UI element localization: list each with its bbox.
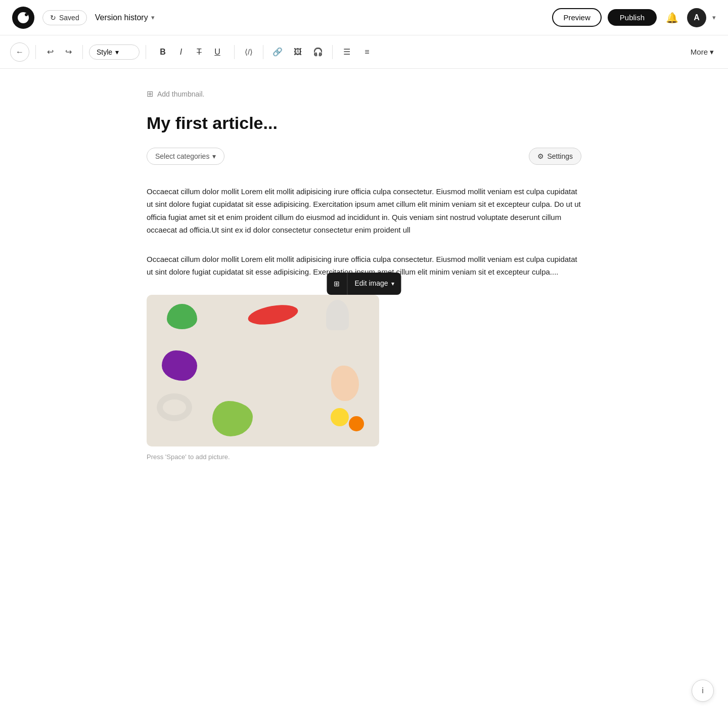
version-history-chevron: ▾ xyxy=(151,14,155,21)
toolbar-separator-6 xyxy=(332,45,333,59)
undo-button[interactable]: ↩ xyxy=(42,44,58,60)
settings-label: Settings xyxy=(547,152,573,160)
version-history-label: Version history xyxy=(95,13,148,22)
bold-button[interactable]: B xyxy=(154,43,171,61)
shape-purple xyxy=(162,350,197,381)
toolbar-separator-4 xyxy=(234,45,235,59)
crop-button[interactable]: ⊞ xyxy=(327,275,347,293)
shape-lightgreen xyxy=(212,401,253,436)
article-title[interactable]: My first article... xyxy=(147,113,581,133)
shape-orange xyxy=(349,416,364,431)
add-thumbnail-button[interactable]: ⊞ Add thumbnail. xyxy=(147,89,581,99)
toolbar-separator-3 xyxy=(146,45,146,59)
top-nav: ↻ Saved Version history ▾ Preview Publis… xyxy=(0,0,728,35)
underline-button[interactable]: U xyxy=(209,43,226,61)
image-button[interactable]: 🖼 xyxy=(290,44,306,60)
press-space-hint: Press 'Space' to add picture. xyxy=(147,452,581,463)
edit-image-label: Edit image xyxy=(354,278,388,290)
logo-dot xyxy=(25,13,28,16)
unordered-list-button[interactable]: ☰ xyxy=(339,44,355,60)
user-avatar[interactable]: A xyxy=(687,8,706,27)
format-buttons-group: B I T U xyxy=(154,43,226,61)
ordered-list-button[interactable]: ≡ xyxy=(359,44,375,60)
style-label: Style xyxy=(97,48,112,56)
style-chevron-icon: ▾ xyxy=(115,48,119,56)
select-categories-button[interactable]: Select categories ▾ xyxy=(147,148,224,165)
version-history-button[interactable]: Version history ▾ xyxy=(95,13,155,22)
preview-button[interactable]: Preview xyxy=(552,8,601,27)
saved-icon: ↻ xyxy=(50,14,56,22)
shape-peach xyxy=(331,366,359,401)
toolbar-separator-5 xyxy=(263,45,263,59)
notification-icon[interactable]: 🔔 xyxy=(663,9,681,27)
article-controls: Select categories ▾ ⚙ Settings xyxy=(147,148,581,165)
code-button[interactable]: ⟨/⟩ xyxy=(241,44,257,60)
more-button[interactable]: More ▾ xyxy=(687,44,718,60)
undo-redo-group: ↩ ↪ xyxy=(42,44,76,60)
shape-green xyxy=(167,304,197,329)
style-dropdown[interactable]: Style ▾ xyxy=(89,44,140,60)
link-button[interactable]: 🔗 xyxy=(269,44,286,60)
editor-toolbar: ← ↩ ↪ Style ▾ B I T U ⟨/⟩ 🔗 🖼 🎧 ☰ ≡ More… xyxy=(0,35,728,69)
settings-button[interactable]: ⚙ Settings xyxy=(529,148,581,165)
shape-white xyxy=(326,300,349,330)
redo-button[interactable]: ↪ xyxy=(60,44,76,60)
nav-right: Preview Publish 🔔 A ▾ xyxy=(552,8,716,27)
thumbnail-icon: ⊞ xyxy=(147,89,153,99)
edit-image-button[interactable]: Edit image ▾ xyxy=(347,273,401,295)
publish-button[interactable]: Publish xyxy=(608,9,657,26)
content-area: ⊞ Add thumbnail. My first article... Sel… xyxy=(136,69,592,511)
article-image[interactable] xyxy=(147,295,379,446)
back-button[interactable]: ← xyxy=(10,42,29,62)
select-categories-label: Select categories xyxy=(155,152,209,160)
article-body: Occaecat cillum dolor mollit Lorem elit … xyxy=(147,185,581,463)
shape-ring xyxy=(157,393,192,421)
user-chevron-icon[interactable]: ▾ xyxy=(712,14,716,21)
image-edit-toolbar: ⊞ Edit image ▾ xyxy=(327,273,401,295)
italic-button[interactable]: I xyxy=(172,43,190,61)
toy-image-bg xyxy=(147,295,379,446)
settings-gear-icon: ⚙ xyxy=(537,152,544,160)
saved-label: Saved xyxy=(59,14,79,22)
more-chevron-icon: ▾ xyxy=(710,48,714,57)
add-thumbnail-label: Add thumbnail. xyxy=(157,90,204,98)
saved-button[interactable]: ↻ Saved xyxy=(42,10,87,25)
toolbar-separator-2 xyxy=(82,45,83,59)
toolbar-separator-1 xyxy=(35,45,36,59)
image-block: ⊞ Edit image ▾ xyxy=(147,295,581,463)
categories-chevron-icon: ▾ xyxy=(212,152,216,160)
shape-yellow xyxy=(331,408,349,426)
edit-image-chevron-icon: ▾ xyxy=(391,279,394,289)
paragraph-1[interactable]: Occaecat cillum dolor mollit Lorem elit … xyxy=(147,185,581,237)
logo-inner xyxy=(18,12,29,23)
audio-button[interactable]: 🎧 xyxy=(310,44,326,60)
shape-red xyxy=(247,301,300,328)
strikethrough-button[interactable]: T xyxy=(191,43,208,61)
app-logo[interactable] xyxy=(12,7,34,29)
